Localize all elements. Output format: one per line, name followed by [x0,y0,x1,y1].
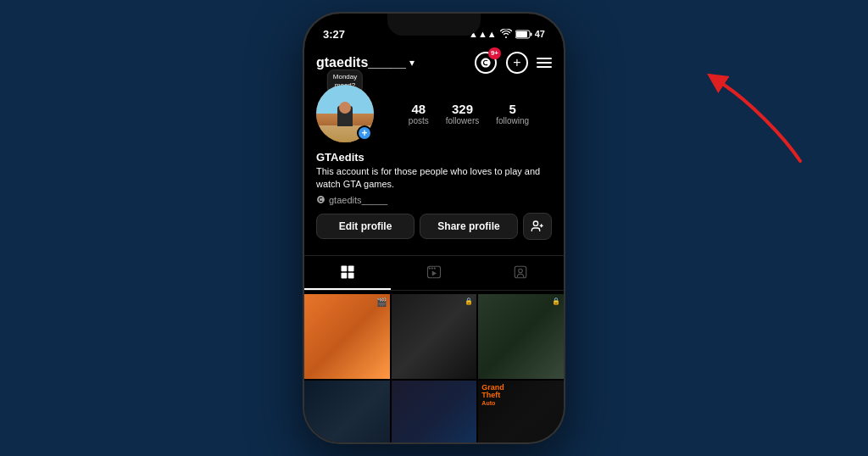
video-badge-3: 🔒 [552,298,560,305]
wifi-icon [500,29,512,40]
threads-badge: 9+ [488,47,501,59]
svg-rect-8 [342,273,348,279]
svg-rect-15 [515,266,526,278]
followers-count: 329 [452,102,473,116]
following-label: following [496,116,529,125]
posts-count: 48 [411,102,426,116]
phone-notch [387,14,481,36]
avatar-add-plus[interactable]: + [357,125,372,141]
battery-icon: 47 [515,29,545,39]
menu-line-1 [537,58,552,59]
stat-following[interactable]: 5 following [496,102,529,125]
svg-rect-7 [348,265,354,271]
battery-level: 47 [535,29,545,39]
photo-cell-5[interactable]: CODA [392,381,477,442]
add-person-button[interactable] [523,213,552,240]
posts-label: posts [409,116,429,125]
tab-reels[interactable] [391,256,477,290]
arrow-svg [707,68,817,178]
threads-link[interactable]: gtaedits_____ [316,195,552,206]
stats-row: 48 posts 329 followers 5 following [386,102,552,125]
photo-cell-1[interactable]: 🎬 [304,294,390,380]
video-badge-1: 🎬 [376,298,387,307]
svg-point-3 [533,221,537,225]
arrow-annotation [707,68,817,181]
tab-grid[interactable] [304,256,391,290]
photo-cell-2[interactable]: 🔒 [392,294,477,380]
header-icons: 9+ + [474,51,552,75]
svg-point-12 [431,267,433,269]
menu-button[interactable] [537,58,552,68]
video-badge-2: 🔒 [465,298,473,305]
status-icons: ▲▲▲ [469,29,545,40]
tab-tagged[interactable] [477,256,564,290]
menu-line-3 [537,66,552,68]
display-name: GTAedits [316,151,552,164]
photo-grid: 🎬 🔒 🔒 CODA [304,294,564,442]
photo-cell-4[interactable] [304,381,390,442]
status-time: 3:27 [323,28,345,41]
chevron-icon: ▾ [409,57,415,69]
svg-rect-2 [516,31,527,37]
stat-followers[interactable]: 329 followers [446,102,479,125]
followers-label: followers [446,116,479,125]
username-area[interactable]: gtaedits_____ ▾ [316,55,415,70]
profile-row: Mondaymood? + [316,85,552,142]
svg-point-16 [519,269,523,273]
stat-posts[interactable]: 48 posts [409,102,429,125]
threads-username: gtaedits_____ [329,195,387,205]
svg-point-13 [434,267,436,269]
phone-shell: 3:27 ▲▲▲ [303,12,565,444]
share-profile-button[interactable]: Share profile [420,214,518,239]
svg-rect-1 [530,32,531,36]
action-buttons: Edit profile Share profile [316,213,552,240]
svg-point-11 [429,267,431,269]
svg-rect-9 [348,273,354,279]
add-icon: + [513,56,520,70]
svg-rect-6 [342,265,348,271]
photo-cell-3[interactable]: 🔒 [478,294,564,380]
photo-cell-6[interactable]: #19 A BEAUTIFUL MIND GrandTheftAuto [478,381,564,442]
svg-marker-14 [432,270,437,275]
edit-profile-button[interactable]: Edit profile [316,214,415,239]
threads-button[interactable]: 9+ [474,51,498,75]
tab-bar [304,255,564,291]
bio-text: This account is for those people who lov… [316,165,552,192]
avatar-container: Mondaymood? + [316,85,374,142]
profile-section: Mondaymood? + [304,81,564,255]
menu-line-2 [537,62,552,64]
scene: 3:27 ▲▲▲ [0,0,868,456]
following-count: 5 [509,102,516,116]
bio-section: GTAedits This account is for those peopl… [316,151,552,206]
threads-link-icon [316,195,326,206]
add-button[interactable]: + [506,52,528,74]
username-text: gtaedits_____ [316,55,406,70]
screen: 3:27 ▲▲▲ [304,14,564,442]
